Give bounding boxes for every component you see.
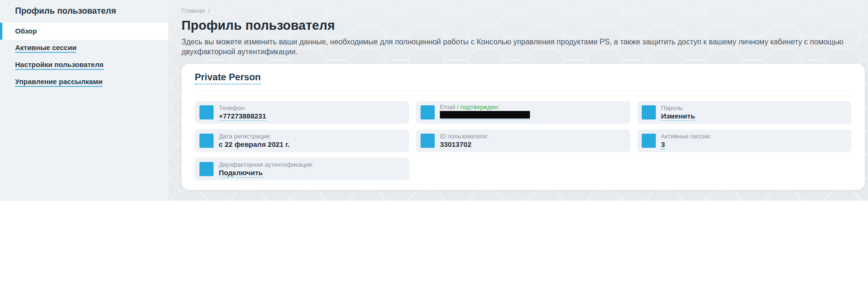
app-layout: Профиль пользователя Обзор Активные сесс… [0, 0, 868, 201]
tile-label: Телефон: [219, 104, 266, 111]
tile-password: Пароль: Изменить [637, 101, 851, 124]
empty-area [0, 201, 868, 306]
registration-date-value: с 22 февраля 2021 г. [219, 140, 289, 148]
page: Профиль пользователя Обзор Активные сесс… [0, 0, 868, 306]
card-divider [195, 91, 851, 91]
change-password-link[interactable]: Изменить [661, 112, 695, 121]
user-id-value: 33013702 [440, 140, 471, 148]
active-sessions-count-link[interactable]: 3 [661, 140, 665, 149]
tile-label: Активные сессии: [661, 133, 711, 140]
sidebar-item-label: Настройки пользователя [15, 60, 104, 70]
email-confirmed-badge: / подтвержден: [457, 103, 499, 110]
tile-registration-date: Дата регистрации: с 22 февраля 2021 г. [195, 129, 409, 152]
password-icon [642, 105, 656, 119]
tile-email: Email / подтвержден: [416, 101, 630, 124]
sidebar-title: Профиль пользователя [0, 6, 168, 16]
breadcrumb: Главная / [182, 7, 865, 14]
sidebar-item-label: Обзор [15, 27, 37, 35]
breadcrumb-home-link[interactable]: Главная [182, 7, 205, 14]
tile-label: Дата регистрации: [219, 133, 289, 140]
sidebar-item-overview[interactable]: Обзор [0, 23, 168, 40]
sidebar-item-mailing-management[interactable]: Управление рассылками [0, 74, 168, 91]
sidebar-item-user-settings[interactable]: Настройки пользователя [0, 57, 168, 74]
sidebar-item-active-sessions[interactable]: Активные сессии [0, 40, 168, 57]
tile-label: ID пользователя: [440, 133, 488, 140]
two-factor-auth-icon [199, 162, 214, 176]
phone-icon [199, 105, 214, 119]
tile-label: Двухфакторная аутентификация: [219, 161, 314, 168]
sidebar-item-label: Активные сессии [15, 43, 76, 53]
user-id-icon [421, 134, 435, 148]
page-title: Профиль пользователя [182, 18, 865, 33]
page-description: Здесь вы можете изменить ваши данные, не… [182, 37, 864, 57]
tile-label: Пароль: [661, 104, 695, 111]
email-value-link[interactable] [440, 111, 530, 120]
main-content: Главная / Профиль пользователя Здесь вы … [168, 0, 868, 201]
redacted-email-value [440, 111, 530, 119]
tile-label: Email / подтвержден: [440, 103, 530, 110]
breadcrumb-separator: / [208, 7, 210, 14]
sidebar: Профиль пользователя Обзор Активные сесс… [0, 0, 168, 201]
profile-tile-grid: Телефон: +77273888231 Email / подтвержде… [195, 101, 851, 180]
account-name-link[interactable]: Private Person [195, 72, 261, 85]
tile-user-id: ID пользователя: 33013702 [416, 129, 630, 152]
registration-date-icon [199, 134, 214, 148]
tile-two-factor-auth: Двухфакторная аутентификация: Подключить [195, 158, 409, 180]
profile-card: Private Person Телефон: +77273888231 [182, 64, 865, 190]
tile-phone: Телефон: +77273888231 [195, 101, 409, 124]
email-icon [421, 105, 435, 119]
tile-active-sessions: Активные сессии: 3 [637, 129, 851, 152]
enable-two-factor-link[interactable]: Подключить [219, 169, 263, 178]
sidebar-item-label: Управление рассылками [15, 77, 103, 87]
active-sessions-icon [642, 134, 656, 148]
phone-value-link[interactable]: +77273888231 [219, 112, 266, 121]
